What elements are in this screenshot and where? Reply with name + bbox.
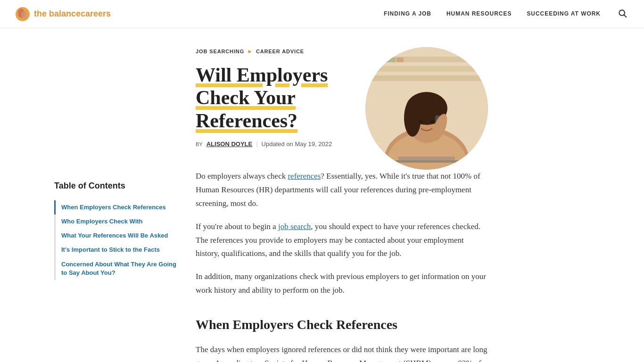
sidebar: Table of Contents When Employers Check R… <box>54 47 177 362</box>
article-top: JOB SEARCHING ► CAREER ADVICE Will Emplo… <box>196 47 488 170</box>
svg-rect-9 <box>365 75 488 81</box>
article-section1-p1: The days when employers ignored referenc… <box>196 343 488 362</box>
breadcrumb: JOB SEARCHING ► CAREER ADVICE <box>196 47 347 56</box>
updated-date: Updated on May 19, 2022 <box>262 140 332 149</box>
toc-item-1: When Employers Check References <box>54 200 177 214</box>
svg-rect-13 <box>396 58 404 62</box>
article-title: Will Employers Check Your References? <box>196 64 347 132</box>
by-label: BY <box>196 140 203 149</box>
logo-careers: careers <box>81 9 111 18</box>
toc-list: When Employers Check References Who Empl… <box>54 200 177 280</box>
toc-link-4[interactable]: It's Important to Stick to the Facts <box>61 246 177 254</box>
svg-rect-11 <box>380 58 385 62</box>
svg-point-2 <box>21 11 27 19</box>
logo-text: the balancecareers <box>34 7 111 21</box>
toc-link-3[interactable]: What Your References Will Be Asked <box>61 231 177 240</box>
hero-image <box>365 47 488 170</box>
toc-title: Table of Contents <box>54 179 177 193</box>
svg-point-20 <box>419 120 423 123</box>
svg-line-4 <box>624 15 627 17</box>
svg-rect-24 <box>398 156 455 160</box>
svg-rect-10 <box>370 58 379 62</box>
svg-rect-25 <box>394 160 460 163</box>
nav-human-resources[interactable]: HUMAN RESOURCES <box>446 9 512 18</box>
site-logo[interactable]: the balancecareers <box>15 7 111 22</box>
hero-person-svg <box>365 47 488 170</box>
svg-rect-7 <box>365 57 488 62</box>
references-link[interactable]: references <box>288 172 321 181</box>
search-button[interactable] <box>616 7 629 21</box>
article-header: JOB SEARCHING ► CAREER ADVICE Will Emplo… <box>196 47 347 170</box>
breadcrumb-separator: ► <box>247 47 253 56</box>
search-icon <box>618 8 627 18</box>
svg-rect-8 <box>365 66 488 72</box>
nav-succeeding-at-work[interactable]: SUCCEEDING AT WORK <box>527 9 601 18</box>
article-intro-p2: If you're about to begin a job search, y… <box>196 220 488 261</box>
section1-heading: When Employers Check References <box>196 314 488 336</box>
author-name[interactable]: ALISON DOYLE <box>206 140 253 149</box>
main-content: JOB SEARCHING ► CAREER ADVICE Will Emplo… <box>196 47 488 362</box>
page-container: Table of Contents When Employers Check R… <box>39 28 605 362</box>
nav-finding-a-job[interactable]: FINDING A JOB <box>384 9 431 18</box>
toc-link-5[interactable]: Concerned About What They Are Going to S… <box>61 260 177 277</box>
author-line: BY ALISON DOYLE | Updated on May 19, 202… <box>196 140 347 149</box>
main-nav: FINDING A JOB HUMAN RESOURCES SUCCEEDING… <box>384 7 629 21</box>
article-intro-p1: Do employers always check references? Es… <box>196 170 488 211</box>
toc-link-2[interactable]: Who Employers Check With <box>61 217 177 226</box>
author-separator: | <box>256 140 257 149</box>
svg-point-21 <box>430 120 435 123</box>
site-header: the balancecareers FINDING A JOB HUMAN R… <box>0 0 644 28</box>
breadcrumb-job-searching[interactable]: JOB SEARCHING <box>196 48 244 56</box>
toc-item-3: What Your References Will Be Asked <box>54 229 177 243</box>
svg-rect-12 <box>386 58 396 62</box>
toc-item-4: It's Important to Stick to the Facts <box>54 243 177 257</box>
article-intro-p3: In addition, many organizations check wi… <box>196 270 488 297</box>
logo-balance: the balance <box>34 9 81 18</box>
toc-item-2: Who Employers Check With <box>54 214 177 229</box>
toc-item-5: Concerned About What They Are Going to S… <box>54 257 177 280</box>
breadcrumb-career-advice[interactable]: CAREER ADVICE <box>256 48 304 56</box>
svg-point-19 <box>404 99 421 137</box>
toc-link-1[interactable]: When Employers Check References <box>61 203 177 212</box>
job-search-link[interactable]: job search <box>278 222 311 231</box>
logo-icon <box>15 7 30 22</box>
